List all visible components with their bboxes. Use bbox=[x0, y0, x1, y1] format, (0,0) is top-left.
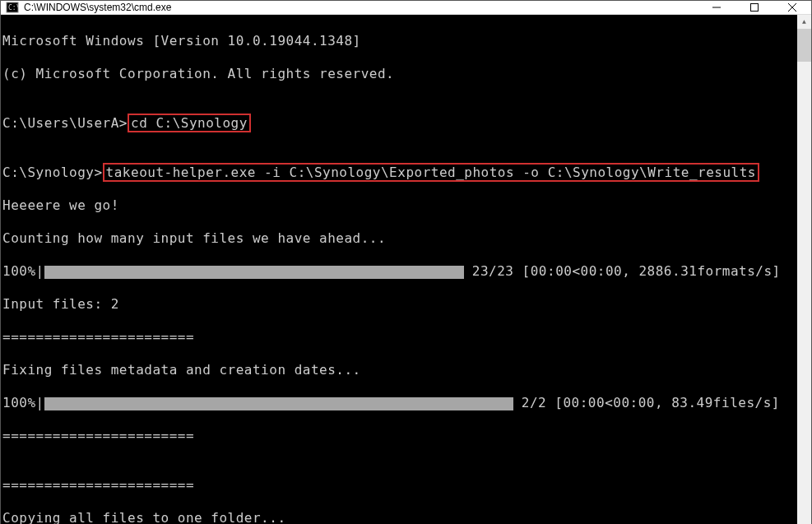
output-line: Counting how many input files we have ah… bbox=[2, 230, 796, 247]
separator-line: ======================= bbox=[2, 477, 796, 494]
scroll-up-arrow[interactable]: ▲ bbox=[797, 15, 811, 29]
highlighted-command: cd C:\Synology bbox=[128, 114, 251, 132]
maximize-button[interactable] bbox=[735, 1, 773, 14]
progress-line: 100%| 23/23 [00:00<00:00, 2886.31formats… bbox=[2, 263, 796, 280]
prompt-line: C:\Users\UserA>cd C:\Synology bbox=[2, 115, 796, 132]
window-controls bbox=[698, 1, 811, 14]
output-line: Input files: 2 bbox=[2, 296, 796, 313]
highlighted-command: takeout-helper.exe -i C:\Synology\Export… bbox=[103, 163, 759, 182]
output-line: Fixing files metadata and creation dates… bbox=[2, 362, 796, 378]
progress-label: 100%| bbox=[2, 263, 44, 279]
progress-bar bbox=[44, 266, 464, 279]
prompt-prefix: C:\Synology> bbox=[2, 165, 103, 180]
terminal-output[interactable]: Microsoft Windows [Version 10.0.19044.13… bbox=[1, 15, 797, 524]
cmd-icon: C:\ bbox=[6, 1, 19, 14]
prompt-prefix: C:\Users\UserA> bbox=[2, 115, 128, 131]
window-title: C:\WINDOWS\system32\cmd.exe bbox=[24, 2, 698, 13]
svg-rect-3 bbox=[751, 4, 759, 12]
scroll-thumb[interactable] bbox=[797, 29, 811, 62]
titlebar[interactable]: C:\ C:\WINDOWS\system32\cmd.exe bbox=[1, 1, 811, 15]
content-wrapper: Microsoft Windows [Version 10.0.19044.13… bbox=[1, 15, 811, 524]
progress-line: 100%| 2/2 [00:00<00:00, 83.49files/s] bbox=[2, 395, 796, 411]
svg-text:C:\: C:\ bbox=[8, 4, 19, 12]
separator-line: ======================= bbox=[2, 428, 796, 444]
progress-stats: 2/2 [00:00<00:00, 83.49files/s] bbox=[513, 395, 780, 410]
vertical-scrollbar[interactable]: ▲ ▼ bbox=[797, 15, 811, 524]
separator-line: ======================= bbox=[2, 329, 796, 345]
cmd-window: C:\ C:\WINDOWS\system32\cmd.exe Microsof… bbox=[0, 0, 812, 524]
minimize-button[interactable] bbox=[698, 1, 735, 14]
progress-label: 100%| bbox=[2, 395, 44, 410]
output-line: Copying all files to one folder... bbox=[2, 510, 796, 524]
output-line: (c) Microsoft Corporation. All rights re… bbox=[2, 66, 796, 82]
prompt-line: C:\Synology>takeout-helper.exe -i C:\Syn… bbox=[2, 165, 796, 181]
close-button[interactable] bbox=[773, 1, 811, 14]
output-line: Microsoft Windows [Version 10.0.19044.13… bbox=[2, 33, 796, 49]
output-line: Heeeere we go! bbox=[2, 197, 796, 214]
progress-stats: 23/23 [00:00<00:00, 2886.31formats/s] bbox=[464, 263, 781, 279]
progress-bar bbox=[44, 397, 513, 410]
